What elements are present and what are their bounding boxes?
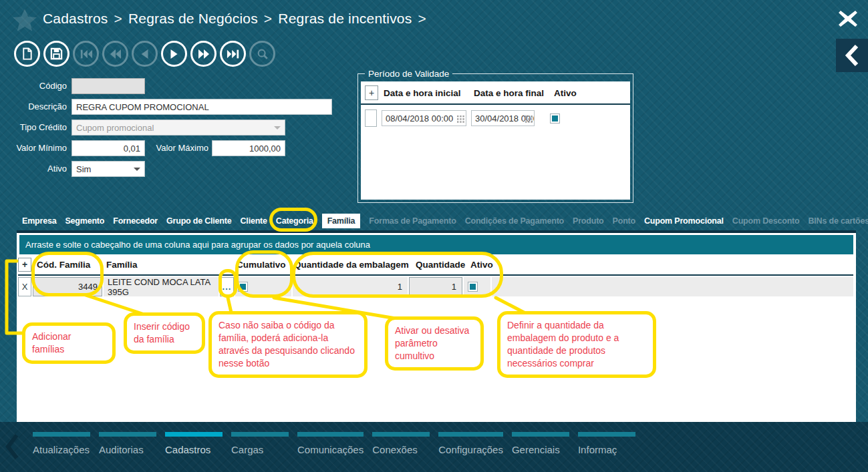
- tab-bins-de-cartoes: BINs de cartões: [809, 216, 868, 226]
- grid-add-row-button[interactable]: +: [18, 258, 31, 272]
- app-window: Cadastros>Regras de Negócios>Regras de i…: [0, 0, 868, 472]
- tab-cupom-promocional[interactable]: Cupom Promocional: [644, 216, 724, 226]
- valor-maximo-field[interactable]: 1000,00: [212, 140, 285, 156]
- periodo-row-selector[interactable]: [365, 109, 377, 127]
- data-inicial-field[interactable]: 08/04/2018 00:00: [382, 110, 466, 126]
- col-data-final[interactable]: Data e hora final: [474, 88, 549, 98]
- save-icon: [50, 47, 63, 60]
- fast-previous-icon: [110, 49, 122, 59]
- ativo-select[interactable]: Sim: [71, 161, 145, 177]
- cell-quantidade-embalagem[interactable]: 1: [293, 277, 408, 296]
- next-record-button[interactable]: [161, 41, 187, 67]
- date-picker-icon[interactable]: [525, 115, 533, 125]
- valor-minimo-field[interactable]: 0,01: [71, 140, 145, 156]
- periodo-grid: + Data e hora inicial Data e hora final …: [361, 81, 630, 200]
- breadcrumb-regras-negocios[interactable]: Regras de Negócios: [128, 11, 258, 26]
- tipo-credito-select: Cupom promocional: [71, 120, 285, 136]
- cumulativo-checkbox[interactable]: [238, 282, 248, 292]
- tab-cupom-desconto: Cupom Desconto: [732, 216, 800, 226]
- chevron-down-icon: [274, 126, 281, 130]
- previous-record-button: [132, 41, 158, 67]
- nav-item-cadastros[interactable]: Cadastros: [165, 432, 223, 469]
- col-cumulativo[interactable]: Cumulativo: [237, 260, 293, 270]
- close-button[interactable]: [835, 7, 861, 30]
- row-ativo-checkbox[interactable]: [468, 282, 478, 292]
- breadcrumb-regras-incentivos[interactable]: Regras de incentivos: [278, 11, 412, 26]
- nav-item-conexoes[interactable]: Conexões: [372, 432, 430, 469]
- familia-lookup-button[interactable]: ...: [220, 277, 234, 296]
- new-record-button[interactable]: [14, 41, 40, 67]
- nav-item-cargas[interactable]: Cargas: [231, 432, 289, 469]
- date-picker-icon[interactable]: [457, 115, 464, 125]
- tab-formas-de-pagamento: Formas de Pagamento: [369, 216, 456, 226]
- cell-quantidade[interactable]: 1: [409, 277, 462, 296]
- data-final-field[interactable]: 30/04/2018 00:00: [471, 110, 535, 126]
- col-ativo[interactable]: Ativo: [466, 260, 493, 270]
- tipo-credito-label: Tipo Crédito: [0, 120, 67, 136]
- periodo-row: 08/04/2018 00:00 30/04/2018 00:00: [361, 105, 630, 132]
- nav-item-atualizacoes[interactable]: Atualizações: [33, 432, 90, 469]
- grid-group-hint: Arraste e solte o cabeçalho de uma colun…: [19, 235, 853, 254]
- periodo-validade-title: Período de Validade: [365, 69, 452, 79]
- periodo-ativo-checkbox[interactable]: [550, 113, 560, 124]
- rule-scope-tabs: Empresa Segmento Fornecedor Grupo de Cli…: [22, 214, 868, 228]
- grid-header-row: + Cód. Família Família Cumulativo Quanti…: [18, 254, 853, 276]
- last-record-icon: [227, 49, 240, 59]
- tab-empresa[interactable]: Empresa: [22, 216, 56, 226]
- fast-next-icon: [198, 49, 210, 59]
- record-toolbar: [14, 41, 275, 67]
- col-cod-familia[interactable]: Cód. Família: [33, 260, 102, 270]
- last-record-button[interactable]: [220, 41, 246, 67]
- ativo-label: Ativo: [0, 161, 67, 177]
- tab-fornecedor[interactable]: Fornecedor: [113, 216, 158, 226]
- tab-familia[interactable]: Família: [322, 214, 361, 228]
- save-button[interactable]: [43, 41, 69, 67]
- nav-item-gerenciais[interactable]: Gerenciais: [512, 432, 569, 469]
- fast-previous-button: [102, 41, 128, 67]
- annotation-definir-quantidades: Definir a quantidade da embalagem do pro…: [497, 311, 656, 378]
- col-quantidade-embalagem[interactable]: Quantidade da embalagem: [294, 260, 409, 270]
- search-record-button: [249, 41, 275, 67]
- favorite-star-icon[interactable]: [11, 7, 39, 37]
- nav-item-configuracoes[interactable]: Configurações: [438, 432, 503, 469]
- breadcrumb-cadastros[interactable]: Cadastros: [43, 11, 108, 26]
- col-familia[interactable]: Família: [104, 260, 235, 270]
- grid-row: X 3449 LEITE COND MOCA LATA 395G ... 1 1: [18, 277, 853, 296]
- valor-minimo-label: Valor Mínimo: [0, 140, 67, 156]
- nav-item-auditorias[interactable]: Auditorias: [99, 432, 156, 469]
- ativo-value: Sim: [76, 164, 91, 174]
- cell-familia[interactable]: LEITE COND MOCA LATA 395G: [104, 277, 219, 296]
- tab-grupo-de-cliente[interactable]: Grupo de Cliente: [166, 216, 232, 226]
- breadcrumb-separator: >: [114, 11, 122, 26]
- tab-condicoes-de-pagamento: Condições de Pagamento: [465, 216, 564, 226]
- next-record-icon: [170, 49, 178, 59]
- tab-cliente[interactable]: Cliente: [241, 216, 267, 226]
- grid-delete-row-button[interactable]: X: [18, 277, 31, 296]
- chevron-left-icon: [5, 433, 19, 460]
- previous-record-icon: [140, 49, 149, 59]
- breadcrumb-separator: >: [264, 11, 272, 26]
- col-data-inicial[interactable]: Data e hora inicial: [384, 88, 468, 98]
- nav-item-informacoes[interactable]: Informaç: [578, 432, 635, 469]
- valor-maximo-label: Valor Máximo: [145, 140, 208, 156]
- nav-item-comunicacoes[interactable]: Comunicações: [297, 432, 364, 469]
- col-ativo[interactable]: Ativo: [554, 88, 577, 98]
- col-quantidade[interactable]: Quantidade: [410, 260, 465, 270]
- first-record-button: [73, 41, 99, 67]
- annotation-adicionar-familias: Adicionar famílias: [22, 322, 116, 364]
- tab-categoria[interactable]: Categoria: [276, 216, 313, 226]
- first-record-icon: [80, 49, 93, 59]
- cell-ativo: [464, 277, 490, 296]
- collapse-panel-button[interactable]: [836, 39, 868, 72]
- periodo-add-row-button[interactable]: +: [365, 85, 378, 100]
- cell-cod-familia[interactable]: 3449: [33, 277, 102, 296]
- tipo-credito-value: Cupom promocional: [76, 123, 154, 133]
- checkbox-checked-mark: [552, 115, 558, 122]
- cell-cumulativo: [235, 277, 291, 296]
- tab-segmento[interactable]: Segmento: [65, 216, 104, 226]
- fast-next-button[interactable]: [190, 41, 216, 67]
- nav-scroll-left-button[interactable]: [5, 433, 19, 463]
- checkbox-checked-mark: [470, 284, 476, 290]
- breadcrumb: Cadastros>Regras de Negócios>Regras de i…: [43, 11, 432, 27]
- descricao-field[interactable]: REGRA CUPOM PROMOCIONAL: [71, 99, 332, 115]
